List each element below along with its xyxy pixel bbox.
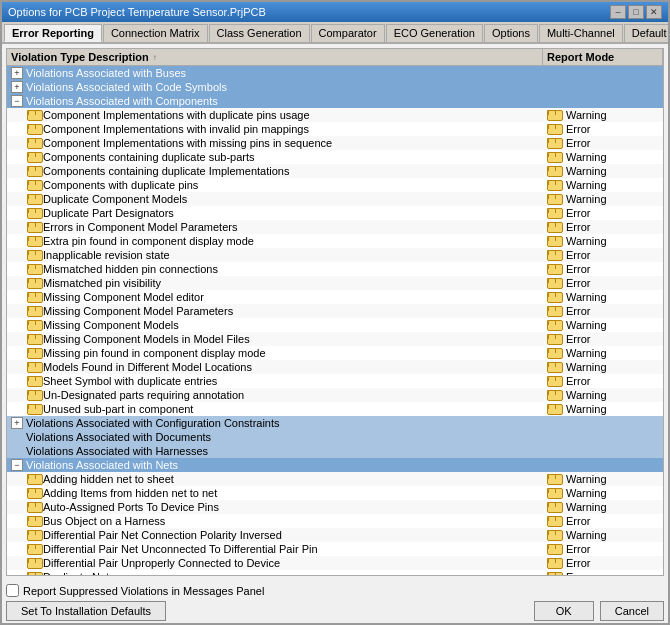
table-row[interactable]: Models Found in Different Model Location… bbox=[7, 360, 663, 374]
report-cell[interactable]: Warning bbox=[543, 108, 663, 122]
expand-icon[interactable]: + bbox=[11, 417, 23, 429]
violation-label: Auto-Assigned Ports To Device Pins bbox=[43, 501, 219, 513]
table-row[interactable]: Differential Pair Unproperly Connected t… bbox=[7, 556, 663, 570]
table-row[interactable]: Missing Component Models in Model FilesE… bbox=[7, 332, 663, 346]
table-row[interactable]: Duplicate NetsError bbox=[7, 570, 663, 576]
report-cell[interactable]: Warning bbox=[543, 528, 663, 542]
report-cell[interactable]: Warning bbox=[543, 290, 663, 304]
report-cell[interactable]: Error bbox=[543, 136, 663, 150]
set-defaults-button[interactable]: Set To Installation Defaults bbox=[6, 601, 166, 621]
violations-table[interactable]: +Violations Associated with Buses+Violat… bbox=[6, 65, 664, 576]
tab-connection-matrix[interactable]: Connection Matrix bbox=[103, 24, 208, 42]
table-row[interactable]: Violations Associated with Documents bbox=[7, 430, 663, 444]
report-cell[interactable]: Warning bbox=[543, 486, 663, 500]
report-cell[interactable]: Error bbox=[543, 248, 663, 262]
report-cell[interactable]: Error bbox=[543, 304, 663, 318]
cancel-button[interactable]: Cancel bbox=[600, 601, 664, 621]
table-row[interactable]: Inapplicable revision stateError bbox=[7, 248, 663, 262]
report-cell[interactable]: Error bbox=[543, 206, 663, 220]
tab-multi-channel[interactable]: Multi-Channel bbox=[539, 24, 623, 42]
folder-icon bbox=[27, 194, 41, 205]
report-cell[interactable]: Warning bbox=[543, 192, 663, 206]
table-row[interactable]: Unused sub-part in componentWarning bbox=[7, 402, 663, 416]
report-cell[interactable]: Warning bbox=[543, 500, 663, 514]
report-cell[interactable]: Error bbox=[543, 220, 663, 234]
table-row[interactable]: Component Implementations with missing p… bbox=[7, 136, 663, 150]
report-cell[interactable]: Warning bbox=[543, 472, 663, 486]
tab-class-generation[interactable]: Class Generation bbox=[209, 24, 310, 42]
report-cell[interactable]: Warning bbox=[543, 402, 663, 416]
tab-options[interactable]: Options bbox=[484, 24, 538, 42]
tab-error-reporting[interactable]: Error Reporting bbox=[4, 24, 102, 42]
violation-column-header[interactable]: Violation Type Description ↑ bbox=[7, 49, 543, 65]
expand-icon[interactable]: − bbox=[11, 95, 23, 107]
violation-cell: Errors in Component Model Parameters bbox=[7, 220, 543, 234]
report-cell[interactable]: Error bbox=[543, 374, 663, 388]
table-row[interactable]: +Violations Associated with Configuratio… bbox=[7, 416, 663, 430]
table-row[interactable]: Missing Component ModelsWarning bbox=[7, 318, 663, 332]
violation-cell: +Violations Associated with Code Symbols bbox=[7, 80, 543, 94]
table-row[interactable]: Component Implementations with invalid p… bbox=[7, 122, 663, 136]
violation-cell: Component Implementations with invalid p… bbox=[7, 122, 543, 136]
table-row[interactable]: Missing pin found in component display m… bbox=[7, 346, 663, 360]
table-row[interactable]: Bus Object on a HarnessError bbox=[7, 514, 663, 528]
table-row[interactable]: Auto-Assigned Ports To Device PinsWarnin… bbox=[7, 500, 663, 514]
table-row[interactable]: Mismatched hidden pin connectionsError bbox=[7, 262, 663, 276]
report-column-header[interactable]: Report Mode bbox=[543, 49, 663, 65]
report-cell[interactable]: Error bbox=[543, 570, 663, 576]
tab-default-prints[interactable]: Default Prints bbox=[624, 24, 668, 42]
table-row[interactable]: Violations Associated with Harnesses bbox=[7, 444, 663, 458]
minimize-button[interactable]: – bbox=[610, 5, 626, 19]
table-row[interactable]: Adding Items from hidden net to netWarni… bbox=[7, 486, 663, 500]
table-row[interactable]: Sheet Symbol with duplicate entriesError bbox=[7, 374, 663, 388]
report-cell[interactable]: Warning bbox=[543, 360, 663, 374]
suppress-violations-checkbox[interactable] bbox=[6, 584, 19, 597]
table-row[interactable]: −Violations Associated with Components bbox=[7, 94, 663, 108]
report-cell[interactable]: Warning bbox=[543, 234, 663, 248]
report-cell[interactable]: Error bbox=[543, 542, 663, 556]
table-row[interactable]: +Violations Associated with Buses bbox=[7, 66, 663, 80]
tab-comparator[interactable]: Comparator bbox=[311, 24, 385, 42]
table-row[interactable]: Differential Pair Net Unconnected To Dif… bbox=[7, 542, 663, 556]
report-cell[interactable]: Warning bbox=[543, 318, 663, 332]
table-row[interactable]: Adding hidden net to sheetWarning bbox=[7, 472, 663, 486]
violation-cell: Duplicate Part Designators bbox=[7, 206, 543, 220]
report-cell[interactable]: Error bbox=[543, 332, 663, 346]
table-row[interactable]: −Violations Associated with Nets bbox=[7, 458, 663, 472]
expand-icon[interactable]: + bbox=[11, 67, 23, 79]
table-row[interactable]: Component Implementations with duplicate… bbox=[7, 108, 663, 122]
report-cell[interactable]: Warning bbox=[543, 346, 663, 360]
table-row[interactable]: Extra pin found in component display mod… bbox=[7, 234, 663, 248]
report-cell[interactable]: Error bbox=[543, 556, 663, 570]
maximize-button[interactable]: □ bbox=[628, 5, 644, 19]
report-cell[interactable]: Error bbox=[543, 276, 663, 290]
tab-eco-generation[interactable]: ECO Generation bbox=[386, 24, 483, 42]
report-cell[interactable]: Error bbox=[543, 122, 663, 136]
report-cell[interactable]: Warning bbox=[543, 164, 663, 178]
table-row[interactable]: +Violations Associated with Code Symbols bbox=[7, 80, 663, 94]
table-row[interactable]: Missing Component Model editorWarning bbox=[7, 290, 663, 304]
table-row[interactable]: Errors in Component Model ParametersErro… bbox=[7, 220, 663, 234]
violation-cell: Violations Associated with Documents bbox=[7, 430, 543, 444]
table-row[interactable]: Missing Component Model ParametersError bbox=[7, 304, 663, 318]
table-row[interactable]: Differential Pair Net Connection Polarit… bbox=[7, 528, 663, 542]
table-row[interactable]: Duplicate Component ModelsWarning bbox=[7, 192, 663, 206]
report-cell[interactable]: Error bbox=[543, 514, 663, 528]
expand-icon[interactable]: − bbox=[11, 459, 23, 471]
mode-folder-icon bbox=[547, 502, 561, 513]
ok-button[interactable]: OK bbox=[534, 601, 594, 621]
close-button[interactable]: ✕ bbox=[646, 5, 662, 19]
table-row[interactable]: Components with duplicate pinsWarning bbox=[7, 178, 663, 192]
table-row[interactable]: Duplicate Part DesignatorsError bbox=[7, 206, 663, 220]
report-cell[interactable]: Warning bbox=[543, 178, 663, 192]
report-cell[interactable]: Warning bbox=[543, 150, 663, 164]
expand-icon[interactable]: + bbox=[11, 81, 23, 93]
table-row[interactable]: Components containing duplicate sub-part… bbox=[7, 150, 663, 164]
table-row[interactable]: Un-Designated parts requiring annotation… bbox=[7, 388, 663, 402]
suppress-violations-label[interactable]: Report Suppressed Violations in Messages… bbox=[23, 585, 264, 597]
report-cell[interactable]: Error bbox=[543, 262, 663, 276]
table-row[interactable]: Mismatched pin visibilityError bbox=[7, 276, 663, 290]
report-cell[interactable]: Warning bbox=[543, 388, 663, 402]
window-controls: – □ ✕ bbox=[610, 5, 662, 19]
table-row[interactable]: Components containing duplicate Implemen… bbox=[7, 164, 663, 178]
